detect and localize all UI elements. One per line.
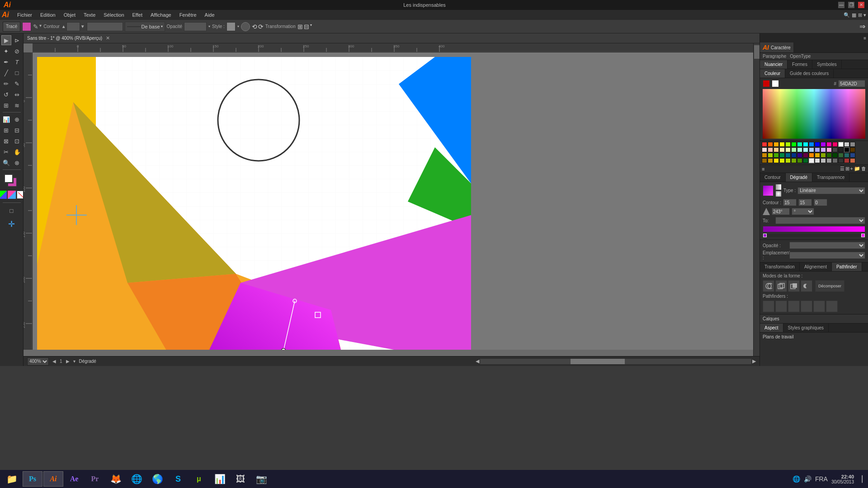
taskbar-firefox[interactable]: 🦊: [106, 471, 126, 487]
pen-tool[interactable]: ✒: [1, 57, 11, 67]
pathfinder-btn-5[interactable]: [813, 300, 825, 312]
opacity-dropdown[interactable]: ▾: [208, 24, 210, 28]
angle-input[interactable]: [772, 208, 790, 215]
menu-texte[interactable]: Texte: [80, 11, 99, 19]
swatch-terra[interactable]: [850, 158, 855, 163]
swatch-blue[interactable]: [815, 142, 820, 147]
menu-aide[interactable]: Aide: [201, 11, 218, 19]
swatch-peach[interactable]: [768, 147, 773, 152]
menu-affichage[interactable]: Affichage: [147, 11, 175, 19]
gradient-bar[interactable]: [763, 226, 865, 232]
paintbrush-tool[interactable]: ✏: [1, 79, 11, 89]
menu-effet[interactable]: Effet: [129, 11, 146, 19]
swatch-menu-icon[interactable]: ≡: [762, 166, 764, 172]
gradient-stop-left[interactable]: [763, 234, 767, 237]
screen-mode-btn[interactable]: □: [7, 206, 17, 216]
pencil-tool[interactable]: ✎: [12, 79, 22, 89]
swatch-mint[interactable]: [797, 147, 802, 152]
swatch-red[interactable]: [762, 142, 767, 147]
tab-graphic-styles[interactable]: Styles graphiques: [783, 324, 829, 332]
swatch-brightyellow[interactable]: [774, 158, 779, 163]
rotate-tool[interactable]: ↺: [1, 89, 11, 99]
swatch-seafoam[interactable]: [797, 142, 802, 147]
swatch-pink[interactable]: [826, 142, 832, 147]
h-scrollbar[interactable]: [480, 359, 751, 364]
scroll-left-btn[interactable]: ◀: [476, 358, 479, 364]
pathfinder-btn-3[interactable]: [788, 300, 800, 312]
tab-couleur[interactable]: Couleur: [760, 69, 785, 78]
taskbar-chart[interactable]: 📊: [210, 471, 230, 487]
gradient-icon[interactable]: [8, 191, 16, 199]
swatch-navy[interactable]: [791, 153, 797, 158]
artboard[interactable]: [37, 57, 471, 350]
swatch-violet[interactable]: [821, 142, 826, 147]
menu-fenetre[interactable]: Fenêtre: [176, 11, 200, 19]
tab-transformation[interactable]: Transformation: [760, 263, 800, 271]
location-select[interactable]: [789, 252, 865, 259]
swatch-white[interactable]: [838, 142, 844, 147]
gradient-radial-icon[interactable]: [775, 191, 782, 197]
swatch-yellow2[interactable]: [785, 158, 791, 163]
swatch-darkteal[interactable]: [844, 153, 849, 158]
transform-icon1[interactable]: ⟲: [252, 23, 257, 30]
tab-aspect[interactable]: Aspect: [760, 324, 783, 332]
menu-objet[interactable]: Objet: [60, 11, 79, 19]
transform-icon2[interactable]: ⟳: [258, 23, 264, 30]
swatch-skin[interactable]: [774, 147, 779, 152]
taskbar-gallery[interactable]: 🖼: [231, 471, 250, 487]
white-swatch-main[interactable]: [772, 80, 779, 87]
swatch-forest[interactable]: [779, 153, 785, 158]
swatch-yellowgreen[interactable]: [821, 153, 826, 158]
show-desktop-icon[interactable]: ▕: [858, 475, 863, 483]
swatch-lightgray2[interactable]: [815, 158, 820, 163]
panel-toggle[interactable]: ▦: [852, 12, 856, 18]
swatch-orange[interactable]: [768, 142, 773, 147]
fill-color-swatch[interactable]: [22, 22, 31, 31]
stroke-box[interactable]: [4, 174, 14, 183]
swatch-darkgreen2[interactable]: [826, 153, 832, 158]
tab-degrade[interactable]: Dégradé: [786, 173, 812, 182]
swatch-medgray[interactable]: [826, 158, 832, 163]
paragraphe-tab[interactable]: Paragraphe: [763, 54, 786, 59]
stroke-input[interactable]: [66, 22, 80, 31]
swatch-grid-view[interactable]: ⊞: [845, 166, 849, 172]
swatch-brown[interactable]: [850, 147, 855, 152]
brush-dropdown[interactable]: ▾: [39, 23, 42, 30]
taskbar-explorer[interactable]: 📁: [2, 471, 22, 487]
fill-stroke-selector[interactable]: [4, 174, 20, 190]
scroll-right-btn[interactable]: ▶: [752, 358, 756, 364]
scroll-handle-right[interactable]: [754, 45, 760, 59]
menu-edition[interactable]: Edition: [37, 11, 59, 19]
swatch-folder[interactable]: 📁: [854, 166, 860, 172]
calques-section[interactable]: Calques: [760, 314, 868, 324]
taskbar-ie[interactable]: 🌐: [127, 471, 146, 487]
graph-tool[interactable]: 📊: [1, 114, 11, 124]
direct-selection-tool[interactable]: ⊳: [12, 35, 22, 45]
slice-tool[interactable]: ⊠: [1, 136, 11, 146]
taskbar-photoshop[interactable]: Ps: [23, 471, 42, 487]
swatch-moss[interactable]: [791, 158, 797, 163]
swatch-azure[interactable]: [809, 142, 814, 147]
canvas-tab-close[interactable]: ✕: [106, 35, 110, 41]
swatch-teal[interactable]: [785, 153, 791, 158]
hex-input[interactable]: [838, 80, 865, 87]
pathfinder-btn-6[interactable]: [826, 300, 838, 312]
taskbar-aftereffects[interactable]: Ae: [64, 471, 84, 487]
swatch-gray[interactable]: [850, 142, 855, 147]
artboard-tool[interactable]: ⊟: [12, 125, 22, 135]
tab-contour[interactable]: Contour: [760, 173, 786, 182]
lasso-tool[interactable]: ⊘: [12, 46, 22, 56]
warp-tool[interactable]: ≋: [12, 100, 22, 110]
swatch-brick[interactable]: [844, 158, 849, 163]
swatch-periwinkle[interactable]: [815, 147, 820, 152]
swatch-emerald[interactable]: [803, 158, 808, 163]
mode-btn-1[interactable]: [763, 280, 774, 292]
swatch-delete[interactable]: 🗑: [861, 166, 866, 172]
mode-btn-3[interactable]: [788, 280, 800, 292]
restore-button[interactable]: ❐: [848, 2, 854, 8]
clock-area[interactable]: 22:40 30/05/2013: [831, 474, 854, 484]
swatch-copper[interactable]: [768, 158, 773, 163]
swatch-black[interactable]: [844, 147, 849, 152]
pathfinder-btn-4[interactable]: [801, 300, 812, 312]
swatch-lightgreen[interactable]: [791, 147, 797, 152]
